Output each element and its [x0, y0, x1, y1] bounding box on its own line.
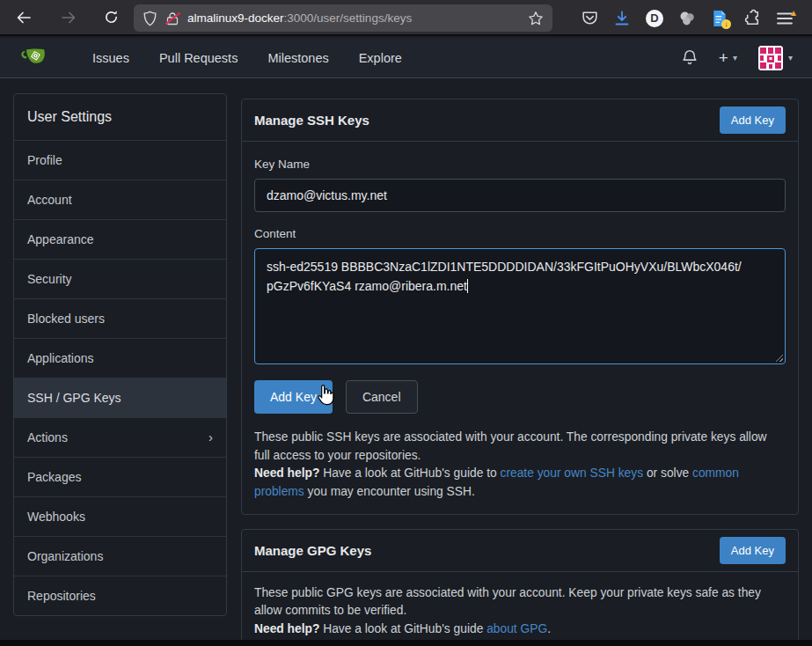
create-ssh-keys-link[interactable]: create your own SSH keys — [500, 466, 643, 480]
extensions-puzzle-icon[interactable] — [742, 8, 763, 29]
nav-link-explore[interactable]: Explore — [344, 40, 417, 76]
url-path: :3000/user/settings/keys — [284, 11, 413, 25]
sidebar-item-actions[interactable]: Actions › — [14, 417, 226, 457]
back-arrow-icon — [16, 11, 32, 25]
ssh-panel-body: Key Name Content ssh-ed25519 BBBBC3NzaC1… — [242, 142, 798, 514]
sidebar-item-packages[interactable]: Packages — [14, 457, 226, 496]
resize-handle[interactable] — [773, 352, 783, 362]
key-name-label: Key Name — [254, 158, 786, 171]
sidebar-item-appearance[interactable]: Appearance — [14, 219, 226, 259]
reload-icon — [104, 10, 119, 25]
content-label: Content — [254, 227, 786, 240]
forward-arrow-icon — [61, 11, 77, 25]
gpg-panel-body: These public GPG keys are associated wit… — [242, 572, 798, 646]
chevron-down-icon: ▾ — [733, 53, 737, 62]
key-content-textarea[interactable]: ssh-ed25519 BBBBC3NzaC1lZDI1NTE5DDDDIDAN… — [254, 248, 786, 364]
gpg-panel-title: Manage GPG Keys — [254, 543, 371, 558]
need-help-bold: Need help? — [254, 622, 319, 635]
sidebar-item-webhooks[interactable]: Webhooks — [14, 496, 226, 536]
gpg-keys-panel: Manage GPG Keys Add Key These public GPG… — [241, 529, 799, 646]
key-content-line2: pGzPv6fKYaS4 rzamo@ribera.m.net — [267, 279, 467, 293]
browser-url-bar[interactable]: almalinux9-docker:3000/user/settings/key… — [134, 4, 552, 32]
bookmark-star-icon[interactable] — [528, 11, 544, 26]
key-name-input[interactable] — [254, 179, 786, 212]
sidebar-item-applications[interactable]: Applications — [14, 338, 226, 378]
insecure-lock-icon[interactable] — [165, 11, 179, 26]
sidebar-item-security[interactable]: Security — [14, 259, 226, 298]
need-help-bold: Need help? — [254, 466, 319, 480]
sidebar-title: User Settings — [14, 94, 226, 140]
sidebar-item-account[interactable]: Account — [14, 180, 226, 219]
sidebar-item-blocked-users[interactable]: Blocked users — [14, 298, 226, 338]
text-caret — [467, 279, 468, 293]
form-buttons: Add Key Cancel — [254, 380, 786, 414]
nav-link-pull-requests[interactable]: Pull Requests — [144, 40, 252, 76]
url-text: almalinux9-docker:3000/user/settings/key… — [187, 11, 520, 25]
gpg-help-text: These public GPG keys are associated wit… — [254, 584, 786, 639]
cancel-button[interactable]: Cancel — [346, 380, 418, 414]
gitea-navbar: Issues Pull Requests Milestones Explore … — [0, 38, 812, 78]
window-bottom-edge — [0, 640, 812, 646]
ssh-panel-title: Manage SSH Keys — [254, 113, 369, 128]
sidebar-item-repositories[interactable]: Repositories — [14, 576, 226, 615]
browser-toolbar: almalinux9-docker:3000/user/settings/key… — [0, 0, 812, 36]
browser-forward-button[interactable] — [55, 4, 82, 31]
create-new-dropdown[interactable]: + ▾ — [719, 49, 737, 66]
ssh-add-key-toggle-button[interactable]: Add Key — [720, 106, 786, 134]
doc-badge-arrow: ↓ — [721, 19, 731, 29]
navbar-right: + ▾ ▾ — [682, 46, 812, 70]
key-content-line1: ssh-ed25519 BBBBC3NzaC1lZDI1NTE5DDDDIDAN… — [267, 260, 742, 274]
about-gpg-link[interactable]: about GPG — [486, 622, 547, 635]
page-content: User Settings Profile Account Appearance… — [0, 78, 812, 640]
sidebar-item-profile[interactable]: Profile — [14, 140, 226, 180]
d-letter: D — [646, 10, 663, 27]
plus-icon: + — [719, 49, 728, 66]
downloads-icon[interactable] — [611, 8, 633, 29]
extension-circles-icon[interactable] — [677, 8, 698, 29]
browser-reload-button[interactable] — [98, 4, 124, 31]
add-key-submit-button[interactable]: Add Key — [254, 380, 333, 414]
nav-link-issues[interactable]: Issues — [77, 40, 144, 76]
sidebar-item-ssh-gpg-keys[interactable]: SSH / GPG Keys — [14, 378, 226, 417]
ssh-panel-header: Manage SSH Keys Add Key — [242, 99, 798, 142]
ssh-keys-panel: Manage SSH Keys Add Key Key Name Content… — [241, 99, 799, 515]
user-menu-dropdown[interactable]: ▾ — [758, 46, 793, 70]
extension-doc-download-icon[interactable]: ↓ — [709, 8, 730, 29]
main-column: Manage SSH Keys Add Key Key Name Content… — [241, 99, 799, 646]
browser-extensions-row: D ↓ ▲ — [570, 0, 795, 36]
gpg-add-key-toggle-button[interactable]: Add Key — [720, 537, 786, 564]
sidebar-item-organizations[interactable]: Organizations — [14, 536, 226, 576]
chevron-down-icon: ▾ — [788, 53, 793, 62]
shield-icon[interactable] — [143, 11, 157, 26]
menu-hamburger-icon[interactable]: ▲ — [774, 8, 795, 29]
gpg-panel-header: Manage GPG Keys Add Key — [242, 530, 798, 572]
url-host: almalinux9-docker — [187, 11, 284, 25]
notifications-bell-icon[interactable] — [682, 49, 698, 67]
ssh-help-text: These public SSH keys are associated wit… — [254, 429, 786, 502]
browser-back-button[interactable] — [11, 4, 37, 31]
avatar — [758, 46, 783, 70]
gitea-logo[interactable] — [21, 45, 49, 71]
nav-link-milestones[interactable]: Milestones — [252, 40, 343, 76]
pocket-icon[interactable] — [579, 8, 600, 29]
settings-sidebar: User Settings Profile Account Appearance… — [13, 93, 227, 616]
extension-d-icon[interactable]: D — [644, 8, 665, 29]
nav-links: Issues Pull Requests Milestones Explore — [77, 40, 417, 76]
chevron-right-icon: › — [208, 431, 213, 444]
update-badge-icon: ▲ — [789, 9, 798, 18]
